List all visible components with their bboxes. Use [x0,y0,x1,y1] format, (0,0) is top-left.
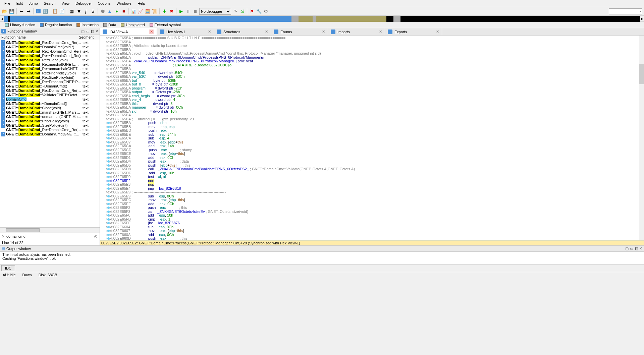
menu-view[interactable]: View [59,1,72,6]
v-scrollbar[interactable] [639,36,644,240]
plugin2-icon[interactable]: 🔧 [256,8,262,14]
disasm-line[interactable]: .text:082E65BA ; Attributes: static bp-b… [105,44,644,48]
disasm-line[interactable]: .text:082E65CE mov eax, [ebp+this] [105,152,644,156]
menu-help[interactable]: Help [135,1,148,6]
disasm-line[interactable]: .text:082E65E2 nop [105,179,644,183]
h-scrollbar[interactable] [0,227,100,233]
strings-icon[interactable]: S [90,8,96,14]
nav-left-icon[interactable]: ◀ [0,16,4,22]
function-row[interactable]: fGNET::DomainCmd_Re::SizePolicy(uint).te… [0,75,100,79]
back-icon[interactable]: ⬅ [18,8,24,14]
tab-close-icon[interactable]: ✕ [208,29,211,34]
disasm-line[interactable]: .text:082E65BA push ebp [105,121,644,125]
search-bin-icon[interactable]: 🔢 [42,8,48,14]
menu-file[interactable]: File [2,1,13,6]
tab-close-icon[interactable]: ✕ [436,29,439,34]
stop-run-icon[interactable]: ⏹ [192,8,198,14]
disasm-line[interactable]: .text:082E65F8 add esp, 10h [105,214,644,218]
disasm-line[interactable]: .text:082E65BA ; __unwind { // ___gxx_pe… [105,117,644,121]
tab-close-icon[interactable]: ✕ [322,29,325,34]
output-body[interactable]: The initial autoanalysis has been finish… [0,252,644,264]
clear-filter-icon[interactable]: ⊗ [93,234,99,239]
graph-icon[interactable]: ▲ [107,8,113,14]
chart2-icon[interactable]: 📈 [138,8,144,14]
menu-options[interactable]: Options [95,1,113,6]
tab-hex-view-1[interactable]: Hex View-1✕ [157,28,214,35]
paste-icon[interactable]: 📄 [59,8,65,14]
disasm-line[interactable]: .text:082E65BA ; =============== S U B R… [105,36,644,40]
disasm-line[interactable]: .text:082E6604 sub esp, 0Ch [105,225,644,229]
menu-debugger[interactable]: Debugger [73,1,94,6]
nav-right-icon[interactable]: ▶ [640,16,644,22]
disasm-line[interactable]: .text:082E65BB mov ebp, esp [105,125,644,129]
function-row[interactable]: fGNET::DomainCmd::DomainCmd(GNET::Domai.… [0,132,100,136]
function-row[interactable]: fGNET::DomainCmd::Validate(GNET::Octets … [0,93,100,97]
function-row[interactable]: fGNET::DomainCmd_Re::DomainCmd_Re(void *… [0,40,100,45]
chart1-icon[interactable]: 📊 [130,8,137,14]
disasm-line[interactable]: .text:082E65BA var_53C = dword ptr -53Ch [105,75,644,79]
function-row[interactable]: fGNET::DomainCmd::~DomainCmd().text [0,101,100,106]
nav-map[interactable] [4,16,640,22]
disasm-line[interactable]: .text:082E65BD push ebx [105,129,644,133]
segments-icon[interactable]: ▦ [69,8,75,14]
tab-close-icon[interactable]: ✕ [265,29,268,34]
function-row[interactable]: fGNET::DomainCmd::~DomainCmd().text [0,84,100,88]
plugin1-icon[interactable]: ⚑ [249,8,255,14]
disasm-line[interactable]: .text:082E65C4 sub esp, 4 [105,136,644,140]
out-minimize-icon[interactable]: ▭ [630,246,633,251]
disasm-line[interactable]: .text:082E65BA var_4 = dword ptr -4 [105,98,644,102]
script-icon[interactable]: 📜 [152,8,158,14]
function-row[interactable]: fGNET::DomainCmd::DomainCmd(void *).text [0,45,100,49]
dock-icon[interactable]: ▢ [81,29,85,34]
out-close-icon[interactable]: ✕ [639,246,642,251]
analyze-icon[interactable]: ● [114,8,120,14]
function-row[interactable]: fGNET::DomainCmd::PriorPolicy(void).text [0,119,100,123]
disasm-line[interactable]: .text:082E65BA sid = dword ptr 10h [105,110,644,114]
function-row[interactable]: fGNET::DomainCmd_Re::unmarshal(GNET::Mar… [0,66,100,71]
plugin3-icon[interactable]: ⚙ [263,8,269,14]
disasm-line[interactable]: .text:082E65BA program = dword ptr -2Ch [105,86,644,91]
disasm-line[interactable]: .text:082E65BA var_540 = dword ptr -540h [105,71,644,75]
tab-close-icon[interactable]: ✕ [379,29,382,34]
disasm-line[interactable]: .text:082E660D push eax ; this [105,237,644,240]
functions-icon[interactable]: ƒ [83,8,89,14]
function-row[interactable]: fGNET::DomainCmd::marshal(GNET::Marshal:… [0,110,100,114]
menu-windows[interactable]: Windows [114,1,134,6]
crossref-icon[interactable]: ✖ [76,8,82,14]
function-row[interactable]: fGNET::DomainCmd::unmarshal(GNET::Marsha… [0,114,100,119]
run-icon[interactable]: ▶ [178,8,184,14]
function-row[interactable]: fGNET::DomainCmd_Re::Clone(void).text [0,58,100,62]
disasm-line[interactable]: .text:082E65DD add esp, 10h [105,171,644,175]
step-over-icon[interactable]: ↷ [232,8,238,14]
out-popout-icon[interactable]: ◧ [635,246,638,251]
function-row[interactable]: fGNET::DomainCmd_Re::marshal(GNET::Marsh… [0,62,100,66]
disasm-line[interactable]: .text:082E65BA buf_0 = byte ptr -138h [105,82,644,86]
forward-icon[interactable]: ➡ [25,8,32,14]
copy-icon[interactable]: 📋 [52,8,58,14]
tab-ida-view-a[interactable]: IDA View-A✕ [100,28,157,35]
disasm-line[interactable]: .text:082E65F3 call _ZNK4GNET6Octets4siz… [105,210,644,214]
disasm-line[interactable]: .text:082E65BA output = Octets ptr -28h [105,90,644,94]
bp-add-icon[interactable]: ✚ [161,8,167,14]
disasm-line[interactable]: .text:082E65E0 test al, al [105,175,644,179]
open-icon[interactable]: 📂 [2,8,8,14]
function-row[interactable]: fDomainCmd.text [0,97,100,101]
disasm-line[interactable]: .text:082E65E3 nop [105,183,644,187]
disasm-line[interactable]: .text:082E65CD push eax ; stamp [105,148,644,152]
disasm-line[interactable]: .text:082E65BA buf = byte ptr -538h [105,79,644,83]
function-row[interactable]: fGNET::DomainCmd::Clone(void).text [0,106,100,110]
function-row[interactable]: fGNET::DomainCmd_Re::PriorPolicy(void).t… [0,71,100,75]
menu-search[interactable]: Search [41,1,58,6]
disasm-line[interactable]: .text:082E65BA [105,67,644,71]
close-icon[interactable]: ✕ [95,29,98,34]
step-into-icon[interactable]: ⇲ [239,8,245,14]
toolbar-combobox[interactable] [609,8,642,14]
disasm-line[interactable]: .text:082E65E9 sub esp, 0Ch [105,194,644,198]
disasm-line[interactable]: .text:082E65D8 call _ZN4GNET9DomainCmd8V… [105,167,644,171]
calc-icon[interactable]: 🧮 [145,8,151,14]
function-row[interactable]: fGNET::DomainCmd_Re::Process(GNET::Proto… [0,79,100,84]
tab-exports[interactable]: Exports✕ [385,28,442,35]
out-dock-icon[interactable]: ▢ [625,246,629,251]
tab-structures[interactable]: Structures✕ [214,28,271,35]
function-row[interactable]: fGNET::DomainCmd::SizePolicy(uint).text [0,123,100,127]
